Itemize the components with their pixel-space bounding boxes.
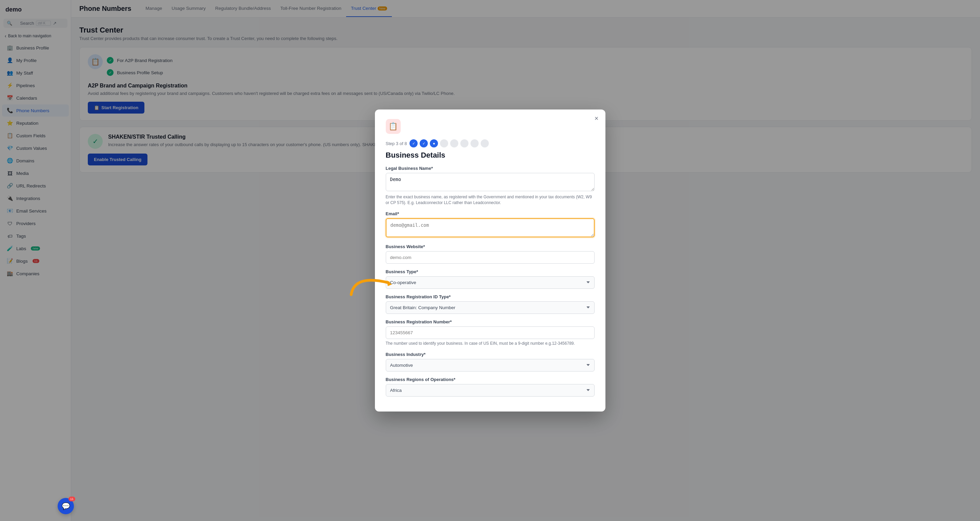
business-reg-number-hint: The number used to identify your busines… <box>386 341 595 346</box>
business-details-modal: × 📋 Step 3 of 8 ✓✓● Business Details Leg… <box>375 110 605 411</box>
chat-badge: 11 <box>68 497 75 501</box>
business-reg-id-type-label: Business Registration ID Type* <box>386 294 595 299</box>
step-dot-1: ✓ <box>409 139 418 148</box>
step-dot-8 <box>480 139 489 148</box>
business-regions-label: Business Regions of Operations* <box>386 377 595 382</box>
business-industry-group: Business Industry* Automotive <box>386 352 595 372</box>
modal-close-button[interactable]: × <box>595 115 599 122</box>
business-website-input[interactable] <box>386 251 595 264</box>
business-reg-number-input[interactable] <box>386 326 595 339</box>
business-regions-select[interactable]: Africa <box>386 384 595 397</box>
business-reg-number-label: Business Registration Number* <box>386 319 595 324</box>
step-indicator: Step 3 of 8 ✓✓● <box>386 139 595 148</box>
business-type-label: Business Type* <box>386 269 595 274</box>
step-dot-6 <box>460 139 468 148</box>
legal-business-name-input[interactable]: Demo <box>386 173 595 191</box>
business-reg-id-type-group: Business Registration ID Type* Great Bri… <box>386 294 595 314</box>
email-input[interactable] <box>386 218 595 237</box>
business-reg-id-type-select[interactable]: Great Britain: Company Number <box>386 301 595 314</box>
chat-icon: 💬 <box>62 502 70 510</box>
step-dot-4 <box>440 139 448 148</box>
legal-business-name-hint: Enter the exact business name, as regist… <box>386 194 595 206</box>
business-website-group: Business Website* <box>386 244 595 264</box>
business-type-group: Business Type* Co-operative <box>386 269 595 289</box>
step-dot-2: ✓ <box>420 139 428 148</box>
email-group: Email* <box>386 211 595 239</box>
modal-icon: 📋 <box>386 119 401 134</box>
step-dot-3: ● <box>430 139 438 148</box>
business-type-select[interactable]: Co-operative <box>386 276 595 289</box>
business-regions-group: Business Regions of Operations* Africa <box>386 377 595 397</box>
business-reg-number-group: Business Registration Number* The number… <box>386 319 595 346</box>
step-label: Step 3 of 8 <box>386 141 407 146</box>
step-dot-5 <box>450 139 458 148</box>
business-industry-select[interactable]: Automotive <box>386 359 595 372</box>
business-website-label: Business Website* <box>386 244 595 249</box>
legal-business-name-label: Legal Business Name* <box>386 166 595 171</box>
step-dot-7 <box>471 139 479 148</box>
email-label: Email* <box>386 211 595 216</box>
modal-title: Business Details <box>386 151 595 160</box>
modal-overlay[interactable]: × 📋 Step 3 of 8 ✓✓● Business Details Leg… <box>0 0 980 521</box>
chat-widget[interactable]: 💬 11 <box>57 498 74 514</box>
business-industry-label: Business Industry* <box>386 352 595 357</box>
step-dots: ✓✓● <box>409 139 489 148</box>
legal-business-name-group: Legal Business Name* Demo Enter the exac… <box>386 166 595 206</box>
